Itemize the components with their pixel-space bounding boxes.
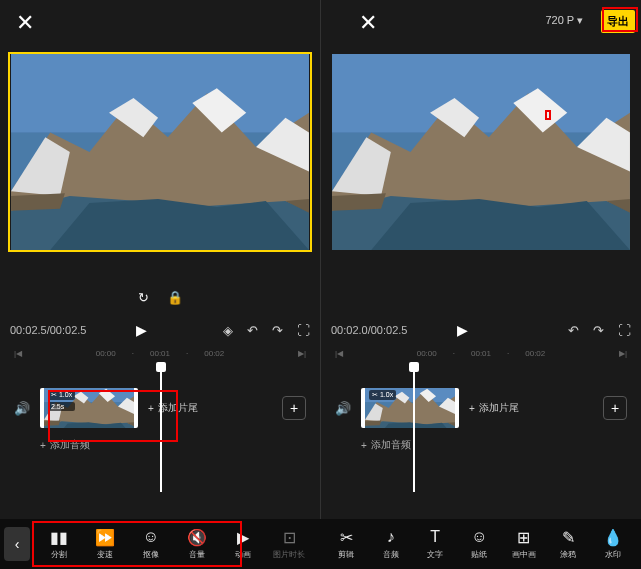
undo-icon[interactable]: ↶ (247, 323, 258, 338)
tool-audio[interactable]: ♪音频 (374, 528, 408, 560)
export-button[interactable]: 导出 (601, 10, 635, 33)
close-button-left[interactable]: ✕ (16, 10, 34, 36)
ruler-next-icon[interactable]: ▶| (298, 349, 306, 358)
add-clip-button[interactable]: + (282, 396, 306, 420)
tool-image-duration[interactable]: ⊡图片时长 (272, 528, 306, 560)
ruler-next-icon[interactable]: ▶| (619, 349, 627, 358)
add-clip-button-right[interactable]: + (603, 396, 627, 420)
back-button[interactable]: ‹ (4, 527, 30, 561)
mute-icon[interactable]: 🔊 (14, 401, 32, 416)
playhead-left[interactable] (160, 368, 162, 492)
tool-split[interactable]: ▮▮分割 (42, 528, 76, 560)
preview-right[interactable] (329, 52, 633, 252)
add-audio-left[interactable]: +添加音频 (40, 438, 360, 452)
tool-volume[interactable]: 🔇音量 (180, 528, 214, 560)
play-button-left[interactable]: ▶ (136, 322, 147, 338)
redo-icon[interactable]: ↷ (272, 323, 283, 338)
tool-edit[interactable]: ✂剪辑 (329, 528, 363, 560)
video-clip-right[interactable]: ✂ 1.0x (361, 388, 459, 428)
tool-sticker[interactable]: ☺贴纸 (462, 528, 496, 560)
resolution-dropdown[interactable]: 720 P ▾ (545, 14, 583, 27)
close-button-right[interactable]: ✕ (359, 10, 377, 36)
add-tail-right[interactable]: +添加片尾 (469, 401, 519, 415)
lock-icon[interactable]: 🔒 (167, 290, 183, 305)
highlight-marker (545, 110, 551, 120)
mute-icon-right[interactable]: 🔊 (335, 401, 353, 416)
duration-badge: 2.5s (48, 402, 75, 411)
play-button-right[interactable]: ▶ (457, 322, 468, 338)
fullscreen-icon[interactable]: ⛶ (297, 323, 310, 338)
timecode-right: 00:02.0/00:02.5 (331, 324, 407, 336)
tool-text[interactable]: T文字 (418, 528, 452, 560)
tool-doodle[interactable]: ✎涂鸦 (551, 528, 585, 560)
keyframe-icon[interactable]: ◈ (223, 323, 233, 338)
tool-speed[interactable]: ⏩变速 (88, 528, 122, 560)
timecode-left: 00:02.5/00:02.5 (10, 324, 86, 336)
tool-animation[interactable]: ▶动画 (226, 528, 260, 560)
ruler-prev-icon[interactable]: |◀ (14, 349, 22, 358)
ruler-prev-icon[interactable]: |◀ (335, 349, 343, 358)
fullscreen-icon-right[interactable]: ⛶ (618, 323, 631, 338)
speed-badge-right: ✂ 1.0x (369, 390, 396, 400)
undo-icon-right[interactable]: ↶ (568, 323, 579, 338)
reset-icon[interactable]: ↻ (138, 290, 149, 305)
speed-badge: ✂ 1.0x (48, 390, 75, 400)
ruler-right[interactable]: |◀ 00:00 · 00:01 · 00:02 ▶| (321, 344, 641, 362)
tool-pip[interactable]: ⊞画中画 (507, 528, 541, 560)
ruler-left[interactable]: |◀ 00:00 · 00:01 · 00:02 ▶| (0, 344, 320, 362)
add-tail-left[interactable]: +添加片尾 (148, 401, 198, 415)
video-clip-left[interactable]: ✂ 1.0x 2.5s (40, 388, 138, 428)
preview-left[interactable] (8, 52, 312, 252)
redo-icon-right[interactable]: ↷ (593, 323, 604, 338)
playhead-right[interactable] (413, 368, 415, 492)
add-audio-right[interactable]: +添加音频 (361, 438, 641, 452)
tool-watermark[interactable]: 💧水印 (596, 528, 630, 560)
tool-cutout[interactable]: ☺抠像 (134, 528, 168, 560)
